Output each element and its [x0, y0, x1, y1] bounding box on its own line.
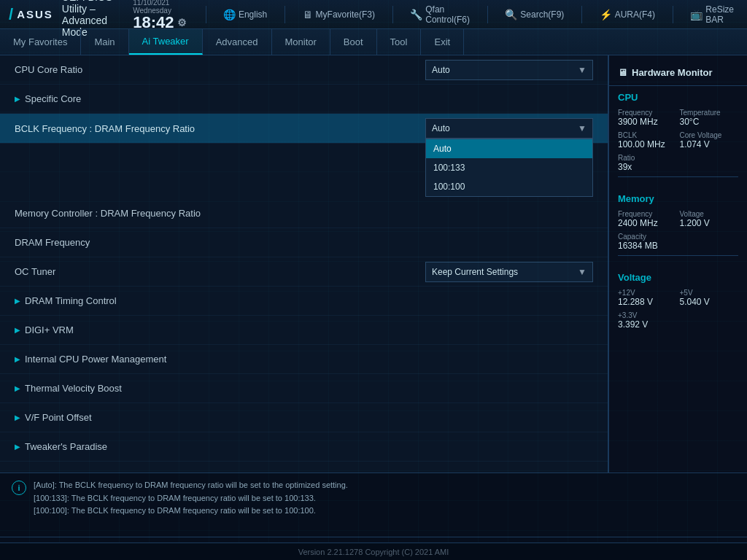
header: / ASUS UEFI BIOS Utility – Advanced Mode…	[0, 0, 747, 29]
digi-vrm-expand[interactable]: ▶ DIGI+ VRM	[15, 324, 74, 335]
expand-arrow-icon4: ▶	[15, 355, 20, 363]
nav-my-favorites[interactable]: My Favorites	[0, 29, 81, 55]
dram-timing-expand[interactable]: ▶ DRAM Timing Control	[15, 295, 117, 306]
tweakers-paradise-row[interactable]: ▶ Tweaker's Paradise	[0, 432, 608, 462]
cpu-bclk-label: BCLK 100.00 MHz	[618, 131, 677, 149]
nav-main[interactable]: Main	[81, 29, 128, 55]
resize-icon: 📺	[690, 9, 703, 20]
myfavorite-button[interactable]: 🖥 MyFavorite(F3)	[298, 7, 379, 22]
hw-monitor-title: 🖥 Hardware Monitor	[609, 61, 747, 86]
resize-button[interactable]: 📺 ReSize BAR	[686, 3, 738, 26]
oc-tuner-row: OC Tuner Keep Current Settings ▼	[0, 257, 608, 287]
specific-core-row[interactable]: ▶ Specific Core	[0, 85, 608, 114]
digi-vrm-label: DIGI+ VRM	[25, 324, 74, 335]
nav-exit[interactable]: Exit	[421, 29, 464, 55]
v33-item: +3.3V 3.392 V	[618, 311, 677, 330]
digi-vrm-row[interactable]: ▶ DIGI+ VRM	[0, 316, 608, 345]
bclk-option-auto[interactable]: Auto	[426, 139, 592, 158]
cpu-core-ratio-row: CPU Core Ratio Auto ▼	[0, 55, 608, 85]
info-panel: i [Auto]: The BCLK frequency to DRAM fre…	[0, 472, 747, 537]
dram-frequency-row: DRAM Frequency	[0, 228, 608, 257]
oc-tuner-arrow: ▼	[578, 267, 587, 277]
vf-point-expand[interactable]: ▶ V/F Point Offset	[15, 412, 92, 423]
dram-timing-row[interactable]: ▶ DRAM Timing Control	[0, 287, 608, 316]
vf-point-row[interactable]: ▶ V/F Point Offset	[0, 403, 608, 432]
dropdown-arrow: ▼	[578, 65, 587, 75]
asus-text: ASUS	[17, 8, 53, 20]
asus-logo: / ASUS	[9, 5, 53, 24]
expand-arrow-icon3: ▶	[15, 326, 20, 334]
internal-cpu-row[interactable]: ▶ Internal CPU Power Management	[0, 345, 608, 374]
specific-core-label: Specific Core	[25, 93, 81, 104]
content-area: CPU Core Ratio Auto ▼ ▶ Specific Core BC…	[0, 55, 608, 472]
v5-item: +5V 5.040 V	[680, 289, 739, 307]
v12-item: +12V 12.288 V	[618, 289, 677, 307]
thermal-velocity-label: Thermal Velocity Boost	[25, 383, 122, 394]
bclk-freq-header: BCLK Frequency : DRAM Frequency Ratio Au…	[0, 114, 608, 143]
language-button[interactable]: 🌐 English	[219, 7, 271, 22]
search-icon: 🔍	[505, 9, 517, 20]
search-button[interactable]: 🔍 Search(F9)	[500, 7, 568, 22]
aura-button[interactable]: ⚡ AURA(F4)	[595, 7, 659, 22]
bclk-option-100-133[interactable]: 100:133	[426, 158, 592, 177]
datetime-display: 11/10/2021 Wednesday 18:42 ⚙	[133, 0, 186, 31]
specific-core-expand[interactable]: ▶ Specific Core	[15, 93, 81, 104]
main-layout: CPU Core Ratio Auto ▼ ▶ Specific Core BC…	[0, 55, 747, 472]
cpu-core-ratio-select[interactable]: Auto ▼	[425, 60, 593, 80]
mem-capacity-item: Capacity 16384 MB	[618, 233, 677, 251]
bclk-current-value: Auto	[432, 123, 450, 133]
bclk-freq-row: BCLK Frequency : DRAM Frequency Ratio Au…	[0, 114, 608, 144]
nav-boot[interactable]: Boot	[330, 29, 377, 55]
time-settings-icon[interactable]: ⚙	[177, 18, 187, 28]
voltage-section-title: Voltage	[618, 272, 738, 283]
version-bar: Version 2.21.1278 Copyright (C) 2021 AMI	[0, 542, 747, 560]
nav-advanced[interactable]: Advanced	[203, 29, 272, 55]
tweakers-paradise-label: Tweaker's Paradise	[25, 441, 107, 452]
memory-divider	[618, 255, 738, 256]
cpu-section-title: CPU	[618, 92, 738, 103]
expand-arrow-icon7: ▶	[15, 443, 20, 451]
bclk-dropdown-options: Auto 100:133 100:100	[425, 139, 593, 197]
memory-controller-label: Memory Controller : DRAM Frequency Ratio	[15, 208, 593, 219]
thermal-velocity-row[interactable]: ▶ Thermal Velocity Boost	[0, 374, 608, 403]
expand-arrow-icon5: ▶	[15, 384, 20, 392]
tweakers-paradise-expand[interactable]: ▶ Tweaker's Paradise	[15, 441, 107, 452]
nav-tool[interactable]: Tool	[377, 29, 422, 55]
vf-point-label: V/F Point Offset	[25, 412, 92, 423]
expand-arrow-icon6: ▶	[15, 413, 20, 421]
oc-tuner-label: OC Tuner	[15, 266, 425, 277]
thermal-velocity-expand[interactable]: ▶ Thermal Velocity Boost	[15, 383, 122, 394]
cpu-ratio-label: Ratio 39x	[618, 154, 677, 172]
navigation: My Favorites Main Ai Tweaker Advanced Mo…	[0, 29, 747, 55]
nav-monitor[interactable]: Monitor	[272, 29, 330, 55]
mem-voltage-item: Voltage 1.200 V	[680, 210, 739, 228]
dram-timing-label: DRAM Timing Control	[25, 295, 117, 306]
bclk-dropdown-arrow: ▼	[578, 123, 587, 133]
bclk-dropdown-container: Auto ▼ Auto 100:133 100:100	[425, 118, 593, 139]
monitor-icon: 🖥	[303, 9, 313, 20]
memory-section: Memory Frequency 2400 MHz Voltage 1.200 …	[609, 187, 747, 266]
voltage-stats-grid: +12V 12.288 V +5V 5.040 V +3.3V 3.392 V	[618, 289, 738, 330]
bclk-select-box[interactable]: Auto ▼	[425, 118, 593, 139]
qfan-button[interactable]: 🔧 Qfan Control(F6)	[406, 3, 474, 26]
hw-monitor-icon: 🖥	[618, 67, 627, 78]
time-display: 18:42 ⚙	[133, 15, 186, 31]
bclk-option-100-100[interactable]: 100:100	[426, 177, 592, 196]
nav-ai-tweaker[interactable]: Ai Tweaker	[129, 29, 203, 55]
cpu-freq-label: Frequency 3900 MHz	[618, 109, 677, 127]
aura-icon: ⚡	[600, 9, 612, 20]
cpu-core-ratio-label: CPU Core Ratio	[15, 64, 425, 75]
hardware-monitor-panel: 🖥 Hardware Monitor CPU Frequency 3900 MH…	[608, 55, 747, 472]
date-display: 11/10/2021 Wednesday	[133, 0, 186, 15]
cpu-divider	[618, 176, 738, 177]
oc-tuner-select[interactable]: Keep Current Settings ▼	[425, 262, 593, 282]
globe-icon: 🌐	[223, 9, 236, 20]
voltage-section: Voltage +12V 12.288 V +5V 5.040 V +3.3V …	[609, 266, 747, 338]
internal-cpu-expand[interactable]: ▶ Internal CPU Power Management	[15, 354, 166, 365]
bclk-freq-label: BCLK Frequency : DRAM Frequency Ratio	[15, 123, 425, 134]
memory-controller-row: Memory Controller : DRAM Frequency Ratio	[0, 199, 608, 228]
cpu-section: CPU Frequency 3900 MHz Temperature 30°C …	[609, 86, 747, 187]
mem-freq-item: Frequency 2400 MHz	[618, 210, 677, 228]
info-text: [Auto]: The BCLK frequency to DRAM frequ…	[34, 479, 348, 518]
cpu-voltage-label: Core Voltage 1.074 V	[680, 131, 739, 149]
